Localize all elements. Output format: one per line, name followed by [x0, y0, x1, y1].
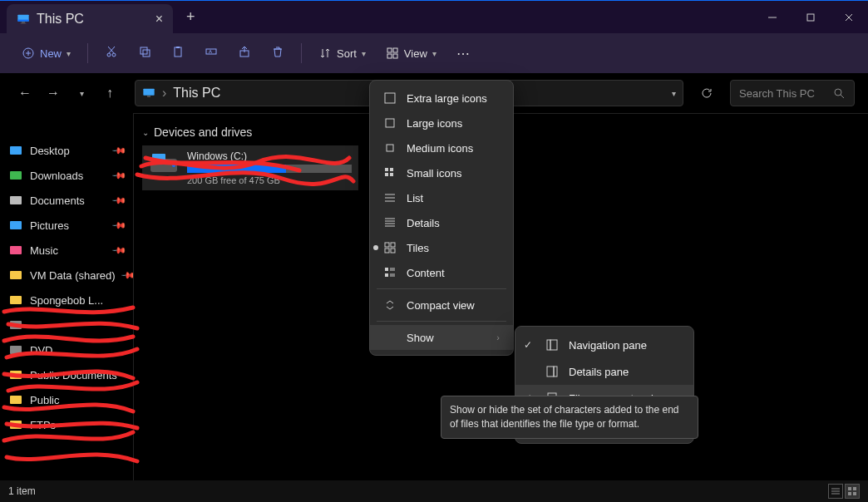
close-tab-icon[interactable]: ×: [155, 12, 163, 27]
close-window-button[interactable]: [830, 1, 868, 33]
svg-rect-48: [848, 487, 851, 490]
sidebar-item-label: —: [30, 319, 41, 332]
copy-button[interactable]: [130, 40, 160, 66]
svg-rect-38: [10, 346, 22, 354]
svg-rect-17: [175, 47, 181, 57]
music-icon: [8, 243, 23, 258]
section-title: Devices and drives: [154, 126, 252, 139]
menu-item-label: Medium icons: [407, 142, 473, 155]
search-input[interactable]: Search This PC: [730, 80, 855, 106]
svg-rect-16: [143, 50, 150, 57]
thumbnails-view-button[interactable]: [845, 484, 860, 499]
sidebar-item-folder[interactable]: Public: [0, 387, 133, 412]
menu-item-label: Details pane: [569, 366, 629, 378]
sidebar: Desktop📌Downloads📌Documents📌Pictures📌Mus…: [0, 113, 133, 480]
view-menu-item-m-icons[interactable]: Medium icons: [370, 135, 513, 160]
window-controls: [753, 1, 868, 33]
pin-icon: 📌: [111, 167, 126, 183]
svg-rect-57: [385, 173, 388, 176]
view-menu-show[interactable]: Show›: [370, 325, 513, 350]
svg-rect-49: [853, 487, 856, 490]
svg-rect-25: [393, 54, 397, 58]
chevron-right-icon: ›: [496, 332, 500, 342]
new-button[interactable]: New ▾: [13, 42, 79, 65]
paste-button[interactable]: [163, 40, 193, 66]
view-button[interactable]: View ▾: [377, 42, 445, 65]
view-menu-item-content[interactable]: Content: [370, 260, 513, 285]
drive-name: Windows (C:): [187, 150, 352, 162]
sidebar-item-picture[interactable]: Pictures📌: [0, 213, 133, 238]
download-icon: [8, 168, 23, 183]
breadcrumb-location[interactable]: This PC: [173, 86, 220, 101]
sidebar-item-folder[interactable]: Spongebob L...: [0, 288, 133, 313]
svg-rect-68: [385, 249, 389, 253]
sidebar-item-label: VM Data (shared): [30, 269, 116, 282]
sort-button[interactable]: Sort ▾: [310, 42, 374, 65]
chevron-down-icon: ▾: [362, 49, 366, 58]
svg-rect-73: [385, 273, 388, 277]
pin-icon: 📌: [111, 142, 126, 158]
view-menu-item-xl-icons[interactable]: Extra large icons: [370, 86, 513, 111]
svg-point-28: [835, 89, 841, 96]
details-icon: [383, 216, 397, 229]
check-icon: ✓: [524, 339, 532, 351]
sidebar-item-monitor[interactable]: —: [0, 313, 133, 337]
sidebar-item-folder[interactable]: VM Data (shared)📌: [0, 263, 133, 288]
svg-rect-67: [391, 243, 395, 247]
cut-button[interactable]: [96, 40, 126, 66]
view-menu-item-details[interactable]: Details: [370, 210, 513, 235]
tab-this-pc[interactable]: This PC ×: [7, 4, 173, 33]
sidebar-item-label: DVD: [30, 344, 52, 357]
show-menu-item-details-pane[interactable]: Details pane: [515, 358, 693, 385]
minimize-button[interactable]: [753, 1, 792, 33]
folder-icon: [8, 392, 23, 407]
chevron-down-icon[interactable]: ▾: [672, 89, 676, 98]
view-menu-compact[interactable]: Compact view: [370, 293, 513, 317]
sidebar-item-desktop[interactable]: Desktop📌: [0, 138, 133, 163]
rename-button[interactable]: A: [196, 40, 226, 66]
menu-item-label: Tiles: [407, 242, 429, 254]
sidebar-item-folder[interactable]: Public Documents: [0, 362, 133, 387]
delete-button[interactable]: [263, 40, 293, 66]
picture-icon: [8, 218, 23, 233]
svg-rect-23: [393, 48, 397, 52]
sidebar-item-folder[interactable]: FTPs: [0, 412, 133, 437]
breadcrumb-sep: ›: [162, 86, 166, 101]
new-tab-button[interactable]: +: [173, 1, 209, 33]
refresh-button[interactable]: [693, 80, 720, 106]
forward-button[interactable]: →: [42, 81, 65, 105]
drive-item-c[interactable]: Windows (C:) 200 GB free of 475 GB: [142, 145, 358, 190]
svg-rect-3: [21, 22, 27, 23]
more-button[interactable]: ⋯: [448, 41, 478, 66]
drive-info: Windows (C:) 200 GB free of 475 GB: [187, 150, 352, 185]
view-menu-item-l-icons[interactable]: Large icons: [370, 111, 513, 135]
view-menu-item-tiles[interactable]: Tiles: [370, 235, 513, 260]
view-menu-item-s-icons[interactable]: Small icons: [370, 160, 513, 185]
folder-icon: [8, 293, 23, 308]
list-icon: [383, 191, 397, 204]
svg-text:A: A: [209, 49, 212, 54]
nav-pane-icon: [545, 338, 559, 352]
view-menu-item-list[interactable]: List: [370, 185, 513, 210]
maximize-button[interactable]: [792, 1, 830, 33]
up-button[interactable]: ↑: [98, 81, 121, 105]
details-pane-icon: [545, 365, 559, 378]
sidebar-item-label: FTPs: [30, 419, 56, 431]
details-view-button[interactable]: [828, 484, 843, 499]
svg-rect-5: [807, 14, 814, 21]
new-label: New: [40, 47, 62, 60]
menu-item-label: List: [407, 192, 423, 204]
svg-rect-50: [848, 492, 851, 495]
sidebar-item-music[interactable]: Music📌: [0, 238, 133, 263]
sidebar-item-label: Public Documents: [30, 369, 117, 381]
sidebar-item-disc[interactable]: DVD: [0, 337, 133, 362]
menu-item-label: Details: [407, 217, 440, 229]
recent-button[interactable]: ▾: [70, 81, 93, 105]
show-menu-item-nav-pane[interactable]: ✓Navigation pane: [515, 332, 693, 358]
svg-rect-22: [387, 48, 392, 52]
sidebar-item-download[interactable]: Downloads📌: [0, 163, 133, 188]
back-button[interactable]: ←: [13, 81, 37, 105]
share-button[interactable]: [229, 40, 259, 66]
sidebar-item-label: Spongebob L...: [30, 294, 103, 307]
sidebar-item-document[interactable]: Documents📌: [0, 188, 133, 213]
